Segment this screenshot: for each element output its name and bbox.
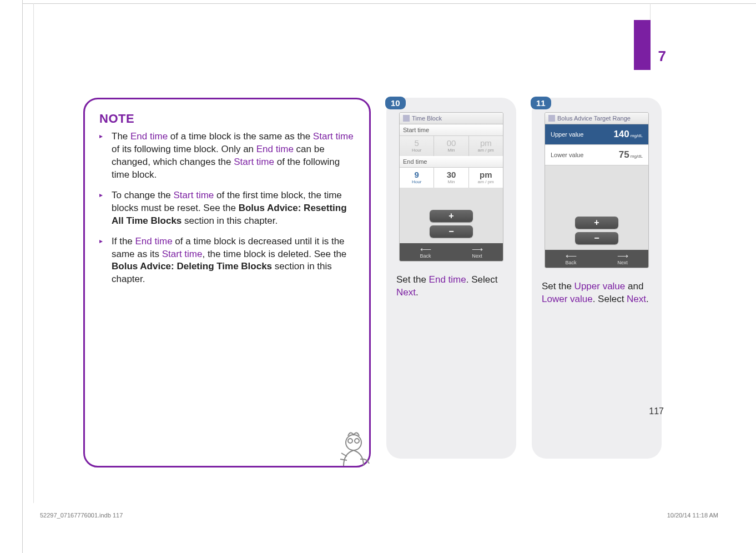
lower-value-label: Lower value — [551, 152, 583, 158]
screen-title: Time Block — [412, 115, 442, 122]
start-time-label: Start time — [400, 124, 503, 136]
chapter-tab — [634, 20, 651, 70]
minus-button[interactable]: − — [575, 232, 618, 244]
note-item-2: To change the Start time of the first ti… — [99, 189, 355, 228]
screen-spacer — [545, 165, 648, 213]
end-time-label: End time — [400, 156, 503, 168]
plus-button[interactable]: + — [575, 217, 618, 229]
note-item-1: The End time of a time block is the same… — [99, 130, 355, 182]
minus-button[interactable]: − — [430, 225, 473, 238]
note-box: NOTE The End time of a time block is the… — [83, 98, 371, 467]
upper-value-unit: mg/dL — [631, 133, 643, 138]
upper-value-label: Upper value — [551, 131, 583, 138]
screen-title: Bolus Advice Target Range — [557, 115, 631, 122]
arrow-left-icon: ⟵ — [400, 245, 451, 253]
crop-mark-left — [0, 0, 23, 553]
lower-value-row[interactable]: Lower value 75mg/dL — [545, 145, 648, 165]
arrow-right-icon: ⟶ — [451, 245, 503, 253]
page-number: 117 — [649, 406, 664, 416]
step-10-caption: Set the End time. Select Next. — [396, 274, 506, 299]
end-time-row[interactable]: 9Hour 30Min pmam / pm — [400, 168, 503, 188]
start-hour: 5Hour — [400, 136, 434, 156]
step-11-caption: Set the Upper value and Lower value. Sel… — [542, 280, 652, 306]
screen-footer: ⟵Back ⟶Next — [545, 250, 648, 268]
svg-point-1 — [348, 439, 352, 443]
svg-point-2 — [355, 439, 359, 443]
step-badge-10: 10 — [385, 97, 406, 109]
end-hour[interactable]: 9Hour — [400, 168, 434, 188]
note-title: NOTE — [99, 112, 355, 126]
plus-minus-group: + − — [545, 213, 648, 250]
lower-value-number: 75 — [619, 149, 629, 160]
end-ampm[interactable]: pmam / pm — [469, 168, 503, 188]
lower-value-unit: mg/dL — [631, 154, 643, 159]
screen-spacer — [400, 188, 503, 207]
arrow-left-icon: ⟵ — [545, 252, 597, 260]
range-icon — [548, 115, 555, 122]
page: 7 NOTE The End time of a time block is t… — [33, 3, 723, 520]
screen-time-block: Time Block Start time 5Hour 00Min pmam /… — [399, 112, 503, 262]
clock-icon — [403, 115, 410, 122]
start-time-row: 5Hour 00Min pmam / pm — [400, 136, 503, 156]
step-10: 10 Time Block Start time 5Hour 00Min pma… — [386, 98, 516, 459]
screen-footer: ⟵Back ⟶Next — [400, 243, 503, 261]
start-ampm: pmam / pm — [469, 136, 503, 156]
note-list: The End time of a time block is the same… — [99, 130, 355, 286]
next-button[interactable]: ⟶Next — [451, 243, 503, 261]
back-button[interactable]: ⟵Back — [545, 250, 597, 268]
step-11: 11 Bolus Advice Target Range Upper value… — [532, 98, 662, 459]
start-min: 00Min — [434, 136, 468, 156]
content-row: NOTE The End time of a time block is the… — [83, 98, 662, 448]
upper-value-number: 140 — [613, 129, 629, 139]
screen-title-bar: Bolus Advice Target Range — [545, 113, 648, 124]
arrow-right-icon: ⟶ — [597, 252, 648, 260]
screen-title-bar: Time Block — [400, 113, 503, 124]
plus-minus-group: + − — [400, 207, 503, 243]
next-button[interactable]: ⟶Next — [597, 250, 648, 268]
owl-illustration — [326, 426, 376, 476]
plus-button[interactable]: + — [430, 210, 473, 222]
print-slug-file: 52297_07167776001.indb 117 — [40, 512, 123, 519]
upper-value-row[interactable]: Upper value 140mg/dL — [545, 124, 648, 145]
print-slug-date: 10/20/14 11:18 AM — [667, 512, 718, 519]
note-item-3: If the End time of a time block is decre… — [99, 235, 355, 286]
step-badge-11: 11 — [531, 97, 551, 109]
screen-target-range: Bolus Advice Target Range Upper value 14… — [545, 112, 649, 268]
chapter-number: 7 — [658, 48, 666, 65]
back-button[interactable]: ⟵Back — [400, 243, 451, 261]
end-min[interactable]: 30Min — [434, 168, 468, 188]
